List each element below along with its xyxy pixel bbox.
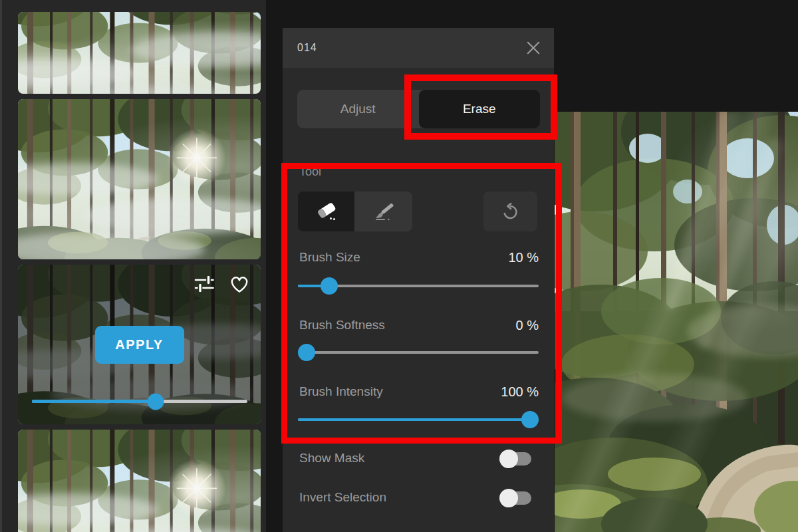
slider-thumb[interactable] xyxy=(321,277,338,295)
tool-section-label: Tool xyxy=(299,165,321,179)
photo-editor-window: APPLY 014 Adjust Erase Tool xyxy=(0,0,798,532)
brush-size-slider[interactable] xyxy=(298,277,539,295)
eraser-icon xyxy=(315,201,338,221)
show-mask-label: Show Mask xyxy=(299,451,364,466)
brush-tool-button[interactable] xyxy=(354,192,412,231)
adjustments-icon[interactable] xyxy=(194,276,214,295)
brush-intensity-slider[interactable] xyxy=(298,411,539,428)
forest-sun-thumbnail-image xyxy=(18,430,261,532)
presets-sidebar: APPLY xyxy=(0,0,266,532)
preset-thumbnail-1[interactable] xyxy=(18,12,261,94)
brush-softness-label: Brush Softness xyxy=(299,318,385,332)
toggle-knob xyxy=(499,489,518,507)
invert-selection-label: Invert Selection xyxy=(299,490,386,505)
forest-photo xyxy=(555,112,798,532)
preset-thumbnail-3-selected[interactable]: APPLY xyxy=(18,265,261,424)
slider-track xyxy=(298,418,539,421)
forest-path-thumbnail-image xyxy=(18,12,261,94)
close-icon[interactable] xyxy=(525,40,541,56)
preset-thumbnail-4[interactable] xyxy=(18,430,261,532)
panel-header: 014 xyxy=(283,28,554,68)
brush-size-value: 10 % xyxy=(508,250,539,265)
forest-sun-thumbnail-image xyxy=(18,99,261,259)
invert-selection-row: Invert Selection xyxy=(299,488,531,508)
favorite-heart-icon[interactable] xyxy=(229,274,250,297)
brush-softness-slider[interactable] xyxy=(298,344,539,361)
eraser-tool-button[interactable] xyxy=(298,192,354,231)
slider-track xyxy=(298,351,539,354)
panel-title: 014 xyxy=(297,28,317,68)
filter-panel: 014 Adjust Erase Tool xyxy=(283,28,554,532)
slider-thumb[interactable] xyxy=(147,393,164,410)
brush-softness-value: 0 % xyxy=(516,318,539,333)
main-canvas-image[interactable] xyxy=(555,112,798,532)
brush-intensity-value: 100 % xyxy=(501,384,539,400)
slider-fill xyxy=(32,400,156,403)
brush-icon xyxy=(373,202,394,221)
sidebar-left-edge xyxy=(0,0,2,532)
brush-intensity-row: Brush Intensity 100 % xyxy=(299,384,539,402)
tab-adjust[interactable]: Adjust xyxy=(297,90,419,128)
mode-tab-bar: Adjust Erase xyxy=(297,90,540,128)
brush-size-label: Brush Size xyxy=(299,250,360,265)
preset-thumbnail-2[interactable] xyxy=(18,99,261,259)
slider-fill xyxy=(298,418,530,421)
brush-softness-row: Brush Softness 0 % xyxy=(299,318,539,335)
brush-size-row: Brush Size 10 % xyxy=(299,250,539,267)
invert-selection-toggle[interactable] xyxy=(501,491,531,505)
show-mask-toggle[interactable] xyxy=(501,452,531,466)
show-mask-row: Show Mask xyxy=(299,449,531,469)
reset-icon xyxy=(501,203,519,221)
slider-thumb[interactable] xyxy=(298,344,315,361)
tab-erase[interactable]: Erase xyxy=(419,90,541,128)
brush-intensity-label: Brush Intensity xyxy=(299,384,383,399)
reset-mask-button[interactable] xyxy=(483,192,537,231)
preset-strength-slider[interactable] xyxy=(32,393,247,410)
apply-button[interactable]: APPLY xyxy=(95,326,184,364)
slider-thumb[interactable] xyxy=(521,411,539,428)
toggle-knob xyxy=(499,450,518,468)
slider-track xyxy=(32,400,247,403)
